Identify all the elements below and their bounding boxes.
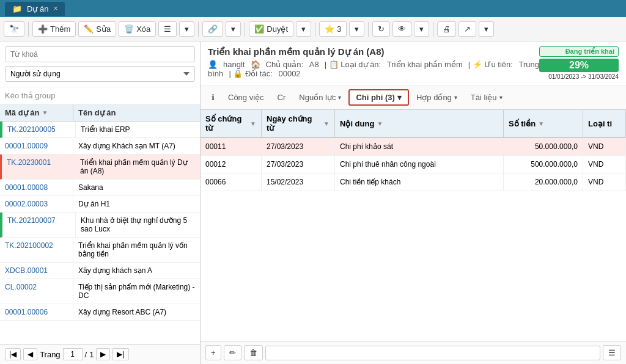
list-item[interactable]: TK.202100005 Triển khai ERP xyxy=(0,122,200,138)
td-st: 50.000.000,0 xyxy=(504,138,583,155)
col-ma-header: Mã dự án ▼ xyxy=(0,104,73,121)
last-page-button[interactable]: ▶| xyxy=(112,348,128,360)
td-lt: VND xyxy=(583,156,626,173)
print-button[interactable]: 🖨 xyxy=(437,21,456,37)
project-info: Triển khai phần mềm quản lý Dự án (A8) 👤… xyxy=(208,46,539,78)
list-view-button[interactable]: ☰ xyxy=(603,345,621,360)
td-lt: VND xyxy=(583,173,626,191)
th-loai-tien: Loại ti xyxy=(583,110,626,137)
st-filter-icon[interactable]: ▼ xyxy=(538,120,544,127)
list-item[interactable]: 00001.00009 Xây dựng Khách sạn MT (A7) xyxy=(0,138,200,155)
refresh-icon: ↻ xyxy=(378,24,385,34)
menu-icon: ☰ xyxy=(164,24,171,34)
delete-row-button[interactable]: 🗑 xyxy=(244,345,263,360)
status-container: Đang triển khai 29% 01/01/2023 -> 31/03/… xyxy=(539,46,619,80)
tab-cong-viec-label: Công việc xyxy=(228,93,264,102)
next-page-button[interactable]: ▶ xyxy=(96,348,110,360)
refresh-button[interactable]: ↻ xyxy=(372,21,390,37)
tabs-bar: ℹ Công việc Cr Nguồn lực Chi phí (3) ▾ H… xyxy=(201,86,626,110)
list-item[interactable]: TK.202100007 Khu nhà ở biệt thự nghỉ dưỡ… xyxy=(0,213,200,238)
td-nd: Chi phí khảo sát xyxy=(335,138,504,155)
list-item[interactable]: XDCB.00001 Xây dựng khách sạn A xyxy=(0,263,200,279)
tab-hop-dong[interactable]: Hợp đồng xyxy=(410,90,463,104)
list-item[interactable]: 00002.00003 Dự án H1 xyxy=(0,196,200,213)
list-item[interactable]: CL.00002 Tiếp thị sản phẩm mới (Marketin… xyxy=(0,279,200,304)
plus-icon: ➕ xyxy=(38,24,48,34)
share-icon: ↗ xyxy=(464,24,471,34)
list-item[interactable]: 00001.00008 Sakana xyxy=(0,180,200,196)
meta-loai-label: | 📋 Loại dự án: xyxy=(325,60,383,69)
trash-icon: 🗑 xyxy=(249,348,257,357)
keyword-input[interactable] xyxy=(5,46,195,62)
tab-cong-viec[interactable]: Công việc xyxy=(222,90,270,104)
nd-filter-icon[interactable]: ▼ xyxy=(377,120,383,127)
star-button[interactable]: ⭐ 3 xyxy=(319,21,347,37)
duyet-button[interactable]: ✅ Duyệt xyxy=(249,21,293,37)
view-button[interactable]: 👁 xyxy=(392,21,411,37)
project-ma: 00001.00008 xyxy=(0,180,73,195)
xoa-button[interactable]: 🗑️ Xóa xyxy=(119,21,156,37)
table-row[interactable]: 00066 15/02/2023 Chi tiền tiếp khách 20.… xyxy=(201,173,626,191)
table-row[interactable]: 00011 27/03/2023 Chi phí khảo sát 50.000… xyxy=(201,138,626,156)
project-table-header: Mã dự án ▼ Tên dự án xyxy=(0,104,200,122)
add-row-button[interactable]: + xyxy=(205,345,221,360)
share-button[interactable]: ↗ xyxy=(458,21,476,37)
list-item[interactable]: 00001.00006 Xây dựng Resort ABC (A7) xyxy=(0,304,200,321)
ngay-ct-filter-icon[interactable]: ▼ xyxy=(323,120,330,127)
menu-button[interactable]: ☰ xyxy=(158,21,177,37)
main-toolbar: 🔭 ➕ Thêm ✏️ Sửa 🗑️ Xóa ☰ ▾ 🔗 ▾ ✅ Duyệt ▾… xyxy=(0,17,626,42)
bottom-search-input[interactable] xyxy=(265,346,600,360)
project-ma: TK.202100007 xyxy=(2,213,76,237)
menu-dropdown-button[interactable]: ▾ xyxy=(179,21,194,37)
prev-page-button[interactable]: ◀ xyxy=(23,348,37,360)
first-page-button[interactable]: |◀ xyxy=(5,348,21,360)
duyet-dropdown-button[interactable]: ▾ xyxy=(296,21,311,37)
project-ten: Dự án H1 xyxy=(73,196,200,212)
project-ma: TK.20230001 xyxy=(2,155,75,179)
project-title: Triển khai phần mềm quản lý Dự án (A8) xyxy=(208,46,539,57)
trang-label: Trang xyxy=(40,350,60,359)
tab-chi-phi[interactable]: Chi phí (3) ▾ xyxy=(348,89,409,106)
search-button[interactable]: 🔭 xyxy=(4,21,24,37)
td-st: 20.000.000,0 xyxy=(504,173,583,191)
td-lt: VND xyxy=(583,138,626,155)
ma-filter-icon[interactable]: ▼ xyxy=(42,109,48,116)
status-dates: 01/01/2023 -> 31/03/2024 xyxy=(539,73,619,80)
star-dropdown-button[interactable]: ▾ xyxy=(349,21,364,37)
tab-tai-lieu-label: Tài liệu xyxy=(471,93,497,102)
them-button[interactable]: ➕ Thêm xyxy=(32,21,76,37)
project-ten: Xây dựng Resort ABC (A7) xyxy=(73,304,200,320)
chevron-down-icon: ▾ xyxy=(185,24,189,34)
tab-chi-phi-chevron: ▾ xyxy=(397,93,402,102)
table-row[interactable]: 00012 27/03/2023 Chi phí thuê nhân công … xyxy=(201,156,626,173)
tab-info[interactable]: ℹ xyxy=(205,90,221,104)
data-table-header: Số chứng từ ▼ Ngày chứng từ ▼ Nội dung ▼… xyxy=(201,110,626,138)
share-dropdown-button[interactable]: ▾ xyxy=(479,21,494,37)
user-select[interactable]: Người sử dụng xyxy=(5,66,195,82)
star-chevron-icon: ▾ xyxy=(355,24,359,34)
tab-nguon-luc[interactable]: Nguồn lực xyxy=(293,90,347,104)
project-list: TK.202100005 Triển khai ERP 00001.00009 … xyxy=(0,122,200,344)
keo-tha-group: Kéo thả group xyxy=(0,87,200,104)
tab-tai-lieu[interactable]: Tài liệu xyxy=(465,90,509,104)
so-ct-filter-icon[interactable]: ▼ xyxy=(250,120,256,127)
list-icon: ☰ xyxy=(608,348,616,357)
sua-button[interactable]: ✏️ Sửa xyxy=(78,21,116,37)
trash-icon: 🗑️ xyxy=(124,24,134,34)
tab-cr[interactable]: Cr xyxy=(271,90,292,104)
page-input[interactable] xyxy=(63,348,83,360)
tab-close-icon[interactable]: × xyxy=(53,4,57,13)
list-item[interactable]: TK.202100002 Triển khai phần mềm quản lý… xyxy=(0,238,200,263)
list-item[interactable]: TK.20230001 Triển khai phần mềm quản lý … xyxy=(0,155,200,180)
link-button[interactable]: 🔗 xyxy=(202,21,223,37)
edit-row-button[interactable]: ✏ xyxy=(224,345,241,360)
meta-user: hanglt xyxy=(223,60,245,69)
project-tab[interactable]: 📁 Dự án × xyxy=(5,2,65,16)
th-ngay-ct: Ngày chứng từ ▼ xyxy=(262,110,335,137)
link-chevron-icon: ▾ xyxy=(231,24,235,34)
link-dropdown-button[interactable]: ▾ xyxy=(226,21,241,37)
project-ten: Sakana xyxy=(73,180,200,195)
info-icon: ℹ xyxy=(212,93,215,102)
view-dropdown-button[interactable]: ▾ xyxy=(414,21,429,37)
tab-nguon-luc-label: Nguồn lực xyxy=(299,93,336,102)
